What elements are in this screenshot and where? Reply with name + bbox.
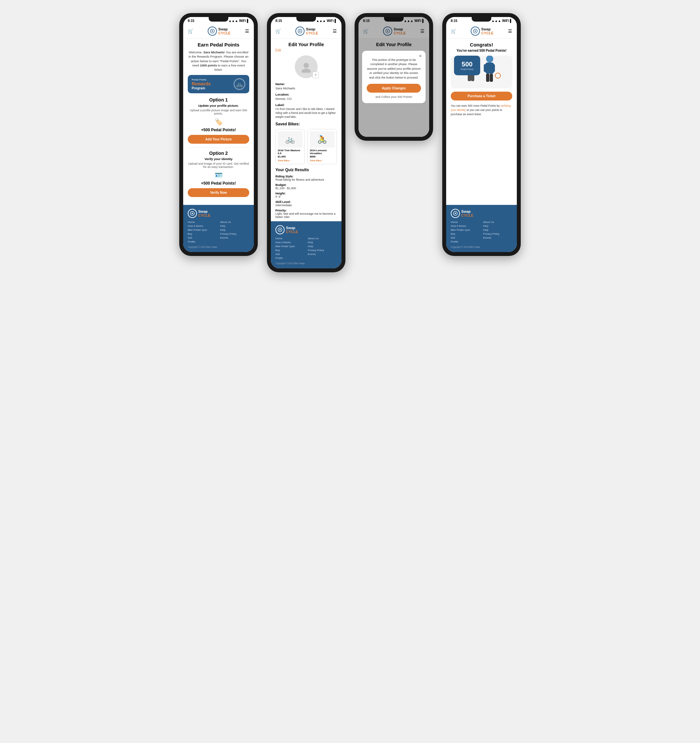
view-bike-1[interactable]: View Bike › bbox=[278, 159, 303, 162]
footer-link-buy-1[interactable]: Buy bbox=[188, 232, 217, 235]
footer-link-help-2[interactable]: Help bbox=[308, 245, 337, 248]
screen1-content: Earn Pedal Points Welcome, Sara Michaels… bbox=[183, 38, 254, 202]
svg-point-22 bbox=[486, 56, 493, 62]
footer-copy-1: Copyright © 2023 Bike Swap bbox=[188, 246, 249, 248]
footer-link-quiz-1[interactable]: Bike Finder Quiz bbox=[188, 228, 217, 231]
option1-sub: Update your profile picture. bbox=[188, 104, 249, 107]
footer-link-about-2[interactable]: About Us bbox=[308, 237, 337, 240]
footer-link-profile-1[interactable]: Profile bbox=[188, 240, 217, 243]
bike-card-2: 🚴 2014 Lemond Versailles $800 View Bike … bbox=[307, 129, 337, 164]
option1-desc: Upload a profile picture image and earn … bbox=[188, 109, 249, 115]
rewards-wheel-icon: 🚲 bbox=[233, 78, 245, 90]
apply-changes-button[interactable]: Apply Changes bbox=[367, 84, 421, 93]
screen-2: 8:15 ▲▲▲ WiFi ▌ 🛒 Swap CYCLE ☰ Edit Your bbox=[271, 17, 341, 268]
hamburger-icon-1[interactable]: ☰ bbox=[245, 28, 249, 34]
footer-link-home-4[interactable]: Home bbox=[451, 221, 480, 223]
id-icon: 🪪 bbox=[188, 171, 249, 179]
modal-collect-text: and Collect your 500 Points! bbox=[367, 95, 421, 99]
footer-2: Swap CYCLE Home About Us How it Works FA… bbox=[271, 221, 341, 268]
wifi-icon: WiFi bbox=[239, 19, 246, 22]
arrow-right-icon-1: › bbox=[289, 159, 291, 162]
cart-icon-2[interactable]: 🛒 bbox=[275, 28, 281, 34]
footer-link-faq-2[interactable]: FAQ bbox=[308, 241, 337, 244]
screen-4: 8:15 ▲▲▲ WiFi ▌ 🛒 Swap CYCLE ☰ Congrats! bbox=[446, 17, 517, 252]
footer-link-privacy-1[interactable]: Privacy Policy bbox=[220, 232, 249, 235]
footer-link-events-2[interactable]: Events bbox=[308, 253, 337, 256]
svg-point-3 bbox=[192, 213, 193, 214]
status-icons-2: ▲▲▲ WiFi ▌ bbox=[316, 19, 337, 22]
quiz-label-2: Height: bbox=[275, 192, 337, 195]
footer-1: Swap CYCLE Home About Us How it Works FA… bbox=[183, 205, 254, 252]
bike-price-2: $800 bbox=[310, 155, 335, 158]
quiz-value-0: Road biking for fitness and adventure bbox=[275, 178, 337, 181]
quiz-item-3: Skill Level: Intermediate bbox=[275, 200, 337, 207]
avatar-add-button[interactable]: + bbox=[312, 72, 319, 78]
screen4-content: Congrats! You've earned 500 Pedal Points… bbox=[446, 38, 517, 202]
footer-link-profile-4[interactable]: Profile bbox=[451, 240, 480, 243]
logo-cycle-1: CYCLE bbox=[218, 31, 230, 35]
earn-title: Earn Pedal Points bbox=[188, 42, 249, 47]
cart-icon-1[interactable]: 🛒 bbox=[188, 28, 193, 34]
view-bike-2[interactable]: View Bike › bbox=[310, 159, 335, 162]
footer-link-privacy-4[interactable]: Privacy Policy bbox=[483, 232, 512, 235]
footer-link-how-1[interactable]: How it Works bbox=[188, 225, 217, 228]
add-picture-button[interactable]: Add Your Picture bbox=[188, 135, 249, 144]
footer-link-home-2[interactable]: Home bbox=[275, 237, 304, 240]
footer-link-buy-2[interactable]: Buy bbox=[275, 249, 304, 252]
option1-points: +500 Pedal Points! bbox=[188, 128, 249, 132]
verify-now-button[interactable]: Verify Now bbox=[188, 188, 249, 197]
footer-link-quiz-4[interactable]: Bike Finder Quiz bbox=[451, 228, 480, 231]
option2-desc: Upload and image of your ID card. Get ve… bbox=[188, 162, 249, 169]
footer-link-how-4[interactable]: How it Works bbox=[451, 225, 480, 228]
footer-link-help-4[interactable]: Help bbox=[483, 228, 512, 231]
quiz-value-2: 5' 4" bbox=[275, 195, 337, 198]
saved-bikes-title: Saved Bikes: bbox=[275, 122, 337, 126]
screen-1: 8:15 ▲▲▲ WiFi ▌ 🛒 Swap CYCLE ☰ Earn Peda bbox=[183, 17, 254, 252]
footer-link-sell-2[interactable]: Sell bbox=[275, 253, 304, 256]
wifi-icon-2: WiFi bbox=[327, 19, 334, 22]
footer-copy-2: Copyright © 2023 Bike Swap bbox=[275, 262, 337, 265]
edit-link[interactable]: Edit bbox=[275, 49, 337, 52]
footer-link-buy-4[interactable]: Buy bbox=[451, 232, 480, 235]
footer-link-quiz-2[interactable]: Bike Finder Quiz bbox=[275, 245, 304, 248]
cart-icon-4[interactable]: 🛒 bbox=[451, 28, 456, 34]
footer-link-sell-1[interactable]: Sell bbox=[188, 236, 217, 239]
signal-icon-2: ▲▲▲ bbox=[316, 19, 326, 22]
hamburger-icon-4[interactable]: ☰ bbox=[508, 28, 512, 34]
intro-text: Welcome, bbox=[189, 50, 204, 54]
bike-img-2: 🚴 bbox=[310, 131, 335, 148]
nav-logo-1: Swap CYCLE bbox=[208, 27, 230, 36]
footer-logo-4: Swap CYCLE bbox=[451, 209, 512, 218]
svg-rect-25 bbox=[492, 64, 495, 72]
hamburger-icon-2[interactable]: ☰ bbox=[333, 28, 337, 34]
footer-link-about-4[interactable]: About Us bbox=[483, 221, 512, 223]
footer-link-events-1[interactable]: Events bbox=[220, 236, 249, 239]
footer-link-events-4[interactable]: Events bbox=[483, 236, 512, 239]
logo-swap-4: Swap bbox=[481, 27, 493, 31]
footer-link-home-1[interactable]: Home bbox=[188, 221, 217, 223]
nav-logo-4: Swap CYCLE bbox=[471, 27, 493, 36]
points-num: 500 bbox=[462, 61, 473, 68]
svg-rect-27 bbox=[490, 74, 493, 82]
footer-logo-1: Swap CYCLE bbox=[188, 209, 249, 218]
logo-cycle-4: CYCLE bbox=[481, 31, 493, 35]
more-points-text: You can earn 500 more Pedal Points by ve… bbox=[451, 104, 512, 116]
footer-link-help-1[interactable]: Help bbox=[220, 228, 249, 231]
user-name-1: Sara Michaels bbox=[204, 50, 224, 54]
footer-link-how-2[interactable]: How it Works bbox=[275, 241, 304, 244]
footer-link-faq-1[interactable]: FAQ bbox=[220, 225, 249, 228]
status-time-1: 8:15 bbox=[188, 19, 194, 22]
footer-link-faq-4[interactable]: FAQ bbox=[483, 225, 512, 228]
modal-overlay: × This portion of the prototype to be co… bbox=[359, 17, 429, 137]
footer-link-sell-4[interactable]: Sell bbox=[451, 236, 480, 239]
purchase-ticket-button[interactable]: Purchase a Ticket bbox=[451, 92, 512, 101]
name-field: Name: Sara Michaels bbox=[275, 82, 337, 90]
congrats-illustration: 500 Pedal Points bbox=[451, 56, 512, 88]
footer-link-profile-2[interactable]: Profile bbox=[275, 257, 304, 259]
more-points-prefix: You can earn 500 more Pedal Points by bbox=[451, 104, 501, 107]
status-time-4: 8:15 bbox=[451, 19, 457, 22]
footer-links-1: Home About Us How it Works FAQ Bike Find… bbox=[188, 221, 249, 243]
footer-link-about-1[interactable]: About Us bbox=[220, 221, 249, 223]
modal-close-button[interactable]: × bbox=[419, 53, 422, 59]
footer-link-privacy-2[interactable]: Privacy Policy bbox=[308, 249, 337, 252]
